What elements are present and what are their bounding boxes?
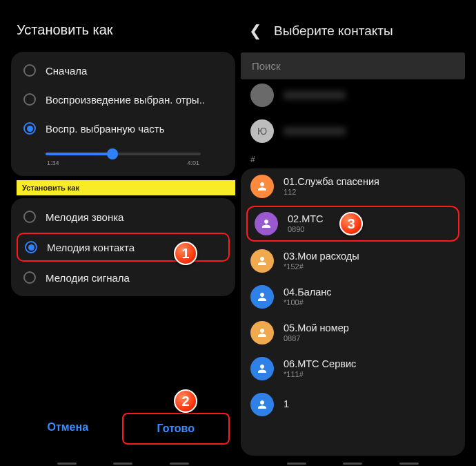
contact-sub: 0890 bbox=[288, 225, 324, 234]
contact-row[interactable]: 05.Мой номер0887 bbox=[241, 315, 465, 351]
contact-text: 06.МТС Сервис*111# bbox=[284, 358, 356, 380]
contact-name: 03.Мои расходы bbox=[284, 251, 359, 262]
back-icon[interactable]: ❮ bbox=[249, 22, 261, 40]
option-label: Воспр. выбранную часть bbox=[46, 123, 165, 135]
contact-row[interactable]: 01.Служба спасения112 bbox=[241, 168, 465, 204]
person-icon bbox=[250, 175, 274, 198]
playback-option-1[interactable]: Воспроизведение выбран. отры.. bbox=[11, 85, 235, 114]
blurred-name bbox=[284, 91, 346, 99]
nav-back-icon[interactable] bbox=[170, 463, 189, 465]
search-input[interactable]: Поиск bbox=[241, 52, 465, 79]
header: ❮ Выберите контакты bbox=[241, 7, 465, 52]
nav-recent-icon[interactable] bbox=[57, 463, 77, 465]
person-icon bbox=[250, 321, 274, 344]
slider-times: 1:34 4:01 bbox=[46, 159, 201, 166]
person-icon bbox=[255, 212, 278, 235]
option-label: Воспроизведение выбран. отры.. bbox=[46, 94, 205, 106]
left-screen: Установить как Сначала Воспроизведение в… bbox=[11, 7, 235, 466]
contact-text: 04.Баланс*100# bbox=[284, 287, 332, 308]
person-icon bbox=[250, 393, 274, 416]
contact-row[interactable]: 1 bbox=[241, 387, 465, 423]
contact-name: 01.Служба спасения bbox=[284, 176, 379, 188]
radio-icon bbox=[23, 64, 36, 77]
set-as-card: Мелодия звонка Мелодия контакта Мелодия … bbox=[11, 198, 235, 296]
radio-icon bbox=[23, 211, 36, 223]
radio-icon bbox=[23, 93, 36, 106]
nav-home-icon[interactable] bbox=[343, 463, 362, 465]
playback-option-0[interactable]: Сначала bbox=[11, 56, 235, 85]
nav-back-icon[interactable] bbox=[399, 463, 419, 465]
radio-icon bbox=[23, 122, 36, 135]
contact-sub: *152# bbox=[284, 262, 359, 271]
nav-bar bbox=[241, 458, 465, 466]
done-button[interactable]: Готово bbox=[122, 413, 230, 445]
contact-text: 05.Мой номер0887 bbox=[284, 322, 349, 344]
recent-contact[interactable] bbox=[241, 81, 465, 113]
set-as-ringtone[interactable]: Мелодия звонка bbox=[11, 202, 235, 231]
recent-contact[interactable]: Ю bbox=[241, 113, 465, 149]
person-icon bbox=[250, 357, 274, 380]
step-badge-2: 2 bbox=[174, 389, 197, 413]
nav-home-icon[interactable] bbox=[113, 463, 132, 465]
contact-name: 06.МТС Сервис bbox=[284, 358, 356, 370]
radio-icon bbox=[23, 271, 36, 284]
playback-option-2[interactable]: Воспр. выбранную часть bbox=[11, 114, 235, 143]
right-screen: ❮ Выберите контакты Поиск Ю # 01.Служба … bbox=[241, 7, 465, 466]
radio-icon bbox=[25, 241, 37, 253]
footer-actions: Отмена Готово bbox=[11, 413, 235, 458]
slider-fill bbox=[46, 153, 112, 155]
contact-name: 04.Баланс bbox=[284, 287, 332, 298]
blurred-name bbox=[284, 127, 346, 135]
contact-text: 1 bbox=[284, 398, 289, 410]
step-badge-3: 3 bbox=[339, 212, 363, 235]
option-label: Мелодия контакта bbox=[47, 242, 135, 253]
avatar bbox=[250, 84, 274, 107]
contact-text: 02.МТС0890 bbox=[288, 213, 324, 235]
nav-bar bbox=[11, 458, 235, 466]
contact-sub: *100# bbox=[284, 298, 332, 307]
playback-slider[interactable] bbox=[46, 153, 201, 155]
person-icon bbox=[250, 249, 274, 273]
section-label: # bbox=[241, 149, 465, 166]
contact-name: 05.Мой номер bbox=[284, 322, 349, 334]
contact-sub: *111# bbox=[284, 370, 356, 379]
time-start: 1:34 bbox=[47, 159, 59, 166]
contact-name: 02.МТС bbox=[288, 213, 324, 225]
page-title: Установить как bbox=[11, 7, 235, 52]
slider-thumb[interactable] bbox=[107, 148, 118, 159]
playback-card: Сначала Воспроизведение выбран. отры.. В… bbox=[11, 52, 235, 176]
option-label: Сначала bbox=[46, 65, 87, 77]
time-end: 4:01 bbox=[187, 159, 199, 166]
contact-text: 03.Мои расходы*152# bbox=[284, 251, 359, 272]
contact-row[interactable]: 04.Баланс*100# bbox=[241, 279, 465, 315]
set-as-chip: Установить как bbox=[17, 180, 235, 195]
contact-row[interactable]: 03.Мои расходы*152# bbox=[241, 243, 465, 279]
playback-slider-wrap: 1:34 4:01 bbox=[11, 143, 235, 172]
set-as-alarm[interactable]: Мелодия сигнала bbox=[11, 263, 235, 292]
nav-recent-icon[interactable] bbox=[287, 463, 306, 465]
option-label: Мелодия сигнала bbox=[46, 272, 130, 284]
contact-row[interactable]: 06.МТС Сервис*111# bbox=[241, 351, 465, 387]
contact-name: 1 bbox=[284, 398, 289, 410]
header-title: Выберите контакты bbox=[274, 23, 393, 39]
contact-sub: 112 bbox=[284, 188, 379, 197]
contact-sub: 0887 bbox=[284, 334, 349, 343]
avatar: Ю bbox=[250, 119, 274, 143]
contact-text: 01.Служба спасения112 bbox=[284, 176, 379, 197]
option-label: Мелодия звонка bbox=[46, 211, 123, 223]
cancel-button[interactable]: Отмена bbox=[15, 413, 121, 445]
set-as-contact[interactable]: Мелодия контакта bbox=[17, 233, 230, 262]
person-icon bbox=[250, 285, 274, 309]
step-badge-1: 1 bbox=[174, 242, 197, 265]
